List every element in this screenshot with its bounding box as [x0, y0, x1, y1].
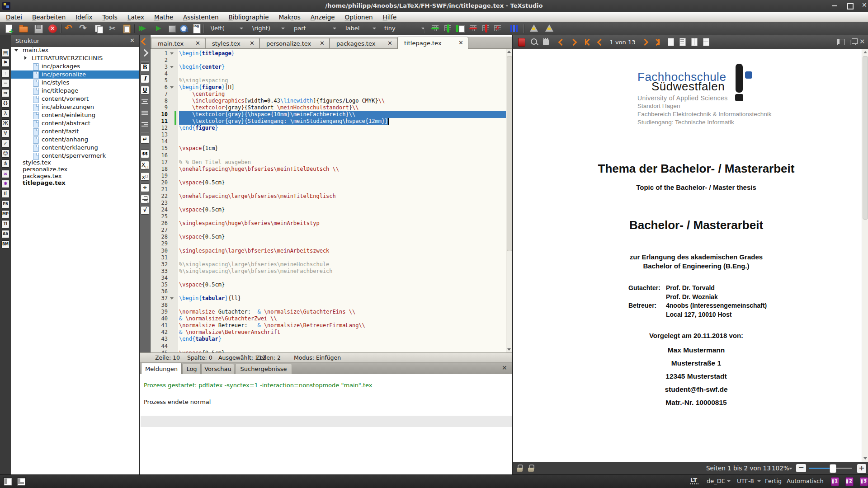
single-page-view-icon[interactable]: [666, 37, 676, 47]
tree-item[interactable]: inc/styles: [42, 79, 69, 87]
menu-latex[interactable]: Latex: [123, 12, 149, 22]
table-remove-row-icon[interactable]: [468, 23, 479, 34]
scroll-up-icon[interactable]: [863, 51, 867, 53]
tree-item[interactable]: inc/packages: [42, 62, 80, 70]
align-right-icon[interactable]: [141, 120, 149, 129]
menu-bearbeiten[interactable]: Bearbeiten: [27, 12, 71, 22]
code-line[interactable]: \vspace{0.5cm}: [179, 282, 225, 288]
compile-and-view-icon[interactable]: ▶▶: [138, 23, 149, 34]
dock-arrows-icon[interactable]: ⇒: [1, 89, 9, 97]
code-line[interactable]: \singlespacing\huge\bfseries\meinArbeits…: [179, 220, 320, 227]
expanded-arrow-icon[interactable]: [14, 49, 18, 52]
messages-tab-Meldungen[interactable]: Meldungen: [141, 363, 182, 374]
fold-arrow-icon[interactable]: [170, 86, 174, 89]
copy-icon[interactable]: [94, 23, 104, 34]
windowed-view-icon[interactable]: [849, 37, 859, 47]
stop-icon[interactable]: [167, 23, 178, 34]
menu-mathe[interactable]: Mathe: [149, 12, 178, 22]
jump-back-icon[interactable]: [557, 37, 566, 47]
grid-view-icon[interactable]: [701, 37, 711, 47]
menu-idefix[interactable]: Idefix: [71, 12, 97, 22]
go-back-icon[interactable]: [141, 38, 149, 46]
dock-relations-icon[interactable]: ✓: [1, 140, 9, 148]
table-add-column-icon[interactable]: [443, 23, 454, 34]
code-line[interactable]: \textcolor{gray}{Studiengang: \meinStudi…: [179, 118, 388, 125]
dock-bookmarks-icon[interactable]: ⚑: [1, 59, 9, 67]
first-page-icon[interactable]: [584, 37, 594, 47]
superscript-icon[interactable]: x□: [141, 172, 149, 181]
code-line[interactable]: \vspace{0.5cm}: [179, 206, 225, 213]
combo-references[interactable]: label: [342, 23, 378, 33]
fold-arrow-icon[interactable]: [170, 52, 174, 55]
align-justify-icon[interactable]: [141, 109, 149, 117]
code-line[interactable]: \begin{center}: [179, 64, 225, 70]
previous-warning-icon[interactable]: [529, 23, 540, 34]
menu-anzeige[interactable]: Anzeige: [306, 12, 340, 22]
code-line[interactable]: \vspace{1cm}: [179, 145, 218, 152]
dock-metapost-icon[interactable]: MP: [1, 210, 9, 218]
tree-item[interactable]: content/vorwort: [42, 95, 89, 103]
editor-tab-packages.tex[interactable]: packages.tex✕: [330, 38, 397, 48]
code-line[interactable]: \vspace{0.5cm}: [179, 179, 225, 186]
dock-lines-icon[interactable]: ≡: [1, 79, 9, 87]
dock-math-division-icon[interactable]: ÷: [1, 69, 9, 77]
dock-structure-icon[interactable]: ▤: [1, 49, 9, 57]
lock-icon[interactable]: [528, 465, 535, 472]
code-line[interactable]: \begin{titlepage}: [179, 50, 235, 57]
zoom-out-button[interactable]: −: [796, 464, 806, 472]
editor-tab-personalize.tex[interactable]: personalize.tex✕: [259, 38, 330, 48]
chevron-down-icon[interactable]: [757, 480, 761, 482]
messages-tab-Suchergebnisse[interactable]: Suchergebnisse: [235, 364, 292, 374]
next-warning-icon[interactable]: [544, 23, 555, 34]
fraction-icon[interactable]: [141, 195, 149, 203]
tree-root-file[interactable]: titlepage.tex: [23, 179, 66, 186]
close-tab-icon[interactable]: ✕: [458, 39, 463, 46]
subscript-icon[interactable]: X□: [141, 161, 149, 169]
messages-tab-Log[interactable]: Log: [183, 364, 201, 374]
dock-beamer-icon[interactable]: BM: [1, 240, 9, 249]
tree-item[interactable]: content/fazit: [42, 127, 79, 136]
editor-tab-main.tex[interactable]: main.tex✕: [151, 38, 205, 48]
align-center-icon[interactable]: [141, 98, 149, 106]
dock-cyrillic-icon[interactable]: Ж: [1, 119, 9, 127]
collapsed-arrow-icon[interactable]: [24, 56, 27, 60]
minimize-icon[interactable]: [832, 5, 837, 6]
pdf-zoom-label[interactable]: 102%: [772, 465, 789, 472]
dock-accents-icon[interactable]: á: [1, 160, 9, 168]
view-pdf-icon[interactable]: ▶: [154, 23, 165, 34]
tree-item[interactable]: content/anhang: [42, 136, 88, 144]
code-line[interactable]: % % Den Titel ausgeben: [179, 159, 251, 166]
languagetool-badge[interactable]: LT: [690, 477, 697, 483]
italic-icon[interactable]: I: [141, 75, 149, 83]
previous-page-icon[interactable]: [595, 37, 605, 47]
code-line[interactable]: \textcolor{gray}{Standort \meinHochschul…: [179, 104, 359, 111]
code-line[interactable]: \begin{tabular}{ll}: [179, 295, 241, 302]
dock-tikz-icon[interactable]: TI: [1, 220, 9, 228]
editor-tab-titlepage.tex[interactable]: titlepage.tex✕: [397, 37, 468, 49]
dock-delimiters-icon[interactable]: ([: [1, 190, 9, 198]
jump-forward-icon[interactable]: [568, 37, 578, 47]
zoom-dropdown-icon[interactable]: [789, 468, 793, 469]
combo-sectioning[interactable]: part: [290, 23, 338, 33]
square-root-icon[interactable]: √: [141, 206, 149, 215]
close-pdf-icon[interactable]: ✕: [859, 38, 865, 46]
table-remove-icon[interactable]: ✗: [493, 23, 504, 34]
chevron-down-icon[interactable]: [727, 480, 731, 482]
code-line[interactable]: \vspace{0.5cm}: [179, 234, 225, 240]
two-page-view-icon[interactable]: [689, 37, 699, 47]
log-message[interactable]: Prozess gestartet: pdflatex -synctex=1 -…: [144, 382, 373, 389]
code-line[interactable]: \normalsize Gutachter: & \normalsize\Gut…: [179, 309, 355, 315]
combo-left-delimiter[interactable]: \left(: [207, 23, 245, 33]
tree-item[interactable]: content/sperrvermerk: [42, 152, 106, 160]
dock-brackets-icon[interactable]: {}: [1, 99, 9, 108]
dock-misc-math-icon[interactable]: ∞: [1, 170, 9, 178]
close-tab-icon[interactable]: ✕: [195, 40, 200, 47]
tree-item[interactable]: content/erklaerung: [42, 144, 98, 152]
code-line[interactable]: \textcolor{gray}{\hspace{10mm}\meineFach…: [179, 111, 355, 118]
table-remove-column-icon[interactable]: [481, 23, 492, 34]
close-messages-icon[interactable]: ✕: [502, 364, 507, 371]
tree-item[interactable]: inc/titlepage: [42, 87, 78, 95]
close-panel-icon[interactable]: ✕: [130, 37, 135, 44]
table-paste-column-icon[interactable]: [455, 23, 466, 34]
go-forward-icon[interactable]: [141, 49, 149, 57]
